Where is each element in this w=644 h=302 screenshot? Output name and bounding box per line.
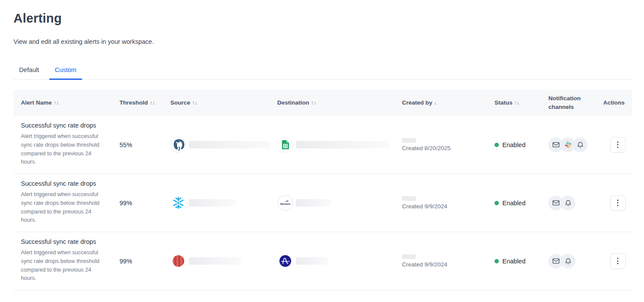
column-header-actions: Actions bbox=[603, 98, 632, 107]
creator-name-redacted bbox=[402, 196, 416, 201]
sort-desc-icon[interactable]: ↓ bbox=[434, 100, 437, 106]
column-label: Source bbox=[170, 99, 190, 106]
row-actions-menu-button[interactable] bbox=[610, 253, 626, 269]
status-enabled-dot bbox=[495, 201, 499, 205]
actions-cell bbox=[603, 253, 632, 269]
column-label: Alert Name bbox=[21, 99, 52, 106]
status-badge: Enabled bbox=[502, 141, 525, 148]
created-by-cell: Created 9/9/2024 bbox=[402, 254, 495, 268]
redshift-icon bbox=[170, 253, 186, 269]
actions-cell bbox=[603, 137, 632, 153]
table-row: Successful sync rate drops Alert trigger… bbox=[13, 116, 632, 174]
alert-name-cell[interactable]: Successful sync rate drops Alert trigger… bbox=[13, 232, 120, 282]
alert-description: Alert triggered when successful sync rat… bbox=[21, 248, 103, 282]
column-label: Actions bbox=[603, 99, 625, 106]
row-actions-menu-button[interactable] bbox=[610, 195, 626, 211]
bell-channel-icon bbox=[561, 196, 575, 210]
creator-name-redacted bbox=[402, 138, 416, 143]
bell-channel-icon bbox=[561, 254, 575, 269]
alerting-page: Alerting View and edit all existing aler… bbox=[0, 0, 644, 290]
tab-default[interactable]: Default bbox=[13, 66, 45, 79]
column-header-source[interactable]: Source↑↓ bbox=[170, 98, 277, 107]
threshold-value: 55% bbox=[120, 141, 170, 148]
destination-cell bbox=[277, 137, 402, 153]
threshold-value: 99% bbox=[120, 200, 170, 207]
sort-icon[interactable]: ↑↓ bbox=[53, 100, 59, 106]
status-cell: Enabled bbox=[495, 141, 548, 148]
column-label: Notification channels bbox=[548, 95, 581, 110]
page-subtitle: View and edit all existing alerts in you… bbox=[13, 38, 632, 45]
column-label: Threshold bbox=[120, 99, 148, 106]
destination-cell bbox=[277, 253, 402, 269]
snowflake-icon bbox=[170, 195, 186, 211]
sort-icon[interactable]: ↑↓ bbox=[149, 100, 155, 106]
table-header-row: Alert Name↑↓ Threshold↑↓ Source↑↓ Destin… bbox=[13, 90, 632, 116]
alert-description: Alert triggered when successful sync rat… bbox=[21, 190, 103, 224]
column-header-alert-name[interactable]: Alert Name↑↓ bbox=[13, 98, 120, 107]
table-row: Successful sync rate drops Alert trigger… bbox=[13, 174, 632, 232]
sort-icon[interactable]: ↑↓ bbox=[514, 100, 519, 106]
alert-name-cell[interactable]: Successful sync rate drops Alert trigger… bbox=[13, 174, 120, 224]
source-name-redacted bbox=[189, 257, 241, 265]
created-date: Created 9/9/2024 bbox=[402, 203, 447, 210]
created-by-cell: Created 9/9/2024 bbox=[402, 196, 495, 210]
alert-description: Alert triggered when successful sync rat… bbox=[21, 132, 103, 166]
status-cell: Enabled bbox=[495, 200, 548, 207]
notification-channels-cell bbox=[548, 196, 603, 210]
column-header-notification-channels: Notification channels bbox=[548, 94, 603, 111]
page-title: Alerting bbox=[13, 11, 632, 26]
alert-name-cell[interactable]: Successful sync rate drops Alert trigger… bbox=[13, 116, 120, 166]
created-date: Created 8/20/2025 bbox=[402, 145, 451, 151]
column-header-status[interactable]: Status↑↓ bbox=[495, 98, 548, 107]
source-cell bbox=[170, 253, 277, 269]
postgresql-icon bbox=[170, 137, 186, 153]
alert-title[interactable]: Successful sync rate drops bbox=[21, 122, 111, 129]
amplitude-icon bbox=[277, 253, 293, 269]
threshold-value: 99% bbox=[120, 258, 170, 265]
bell-channel-icon bbox=[573, 138, 588, 152]
table-row: Successful sync rate drops Alert trigger… bbox=[13, 232, 632, 290]
marketo-wordmark: Marketo bbox=[280, 202, 291, 205]
column-header-destination[interactable]: Destination↑↓ bbox=[277, 98, 402, 107]
creator-name-redacted bbox=[402, 254, 416, 259]
column-label: Status bbox=[495, 99, 512, 106]
row-actions-menu-button[interactable] bbox=[610, 137, 626, 153]
sort-icon[interactable]: ↑↓ bbox=[192, 100, 197, 106]
destination-cell: Marketo bbox=[277, 195, 402, 211]
notification-channels-cell bbox=[548, 254, 603, 269]
tab-custom[interactable]: Custom bbox=[49, 66, 82, 79]
actions-cell bbox=[603, 195, 632, 211]
source-name-redacted bbox=[189, 141, 271, 148]
google-sheets-icon bbox=[277, 137, 293, 153]
tab-bar: Default Custom bbox=[13, 66, 632, 80]
destination-name-redacted bbox=[296, 141, 389, 148]
status-badge: Enabled bbox=[502, 200, 525, 207]
status-cell: Enabled bbox=[495, 258, 548, 265]
status-enabled-dot bbox=[495, 143, 499, 147]
alert-title[interactable]: Successful sync rate drops bbox=[21, 180, 111, 187]
marketo-icon: Marketo bbox=[277, 195, 293, 211]
column-header-threshold[interactable]: Threshold↑↓ bbox=[120, 98, 170, 107]
created-date: Created 9/9/2024 bbox=[402, 261, 447, 268]
status-badge: Enabled bbox=[502, 258, 525, 265]
source-cell bbox=[170, 137, 277, 153]
alerts-table: Alert Name↑↓ Threshold↑↓ Source↑↓ Destin… bbox=[13, 90, 632, 290]
source-name-redacted bbox=[189, 199, 236, 207]
column-label: Created by bbox=[402, 99, 432, 106]
alert-title[interactable]: Successful sync rate drops bbox=[21, 238, 111, 245]
sort-icon[interactable]: ↑↓ bbox=[311, 100, 316, 106]
status-enabled-dot bbox=[495, 259, 499, 263]
destination-name-redacted bbox=[296, 199, 332, 207]
notification-channels-cell bbox=[548, 138, 603, 152]
column-label: Destination bbox=[277, 99, 309, 106]
created-by-cell: Created 8/20/2025 bbox=[402, 138, 495, 151]
column-header-created-by[interactable]: Created by↓ bbox=[402, 98, 495, 107]
source-cell bbox=[170, 195, 277, 211]
destination-name-redacted bbox=[296, 257, 328, 265]
